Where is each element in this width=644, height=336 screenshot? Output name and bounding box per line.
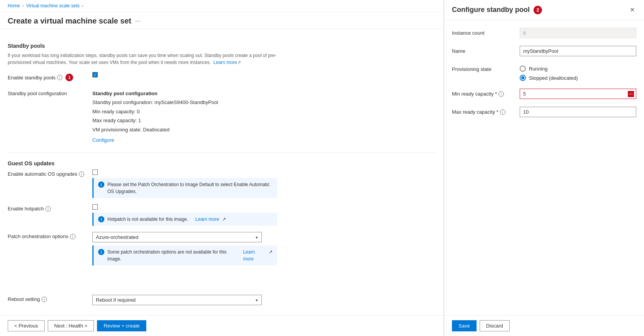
provisioning-stopped-label: Stopped (deallocated) [529, 75, 578, 81]
breadcrumb-home[interactable]: Home [8, 3, 20, 8]
patch-orchestration-label: Patch orchestration options i [8, 232, 92, 239]
standby-pool-min-capacity: Min ready capacity: 0 [92, 107, 277, 116]
breadcrumb-chevron-2: › [82, 3, 84, 8]
panel-step-badge: 2 [534, 6, 542, 14]
breadcrumb-vmss[interactable]: Virtual machine scale sets [26, 3, 80, 8]
page-title: Create a virtual machine scale set [8, 17, 131, 25]
hotpatch-info-icon[interactable]: i [45, 206, 51, 212]
enable-auto-os-checkbox[interactable] [92, 170, 98, 175]
min-capacity-info-icon[interactable]: i [498, 91, 504, 97]
main-content: Home › Virtual machine scale sets › Crea… [0, 0, 444, 336]
form-body: Standby pools If your workload has long … [0, 29, 443, 315]
more-menu-icon[interactable]: ··· [135, 18, 140, 25]
side-panel: Configure standby pool 2 ✕ Instance coun… [444, 0, 644, 336]
panel-max-capacity-input[interactable] [520, 107, 636, 117]
panel-min-capacity-input[interactable] [520, 89, 636, 99]
enable-auto-os-label: Enable automatic OS upgrades i [8, 170, 92, 177]
reboot-setting-label: Reboot setting i [8, 295, 92, 302]
breadcrumb-chevron-1: › [22, 3, 24, 8]
standby-pool-name: Standby pool configuration: myScaleS9400… [92, 98, 277, 107]
auto-os-info-circle: i [98, 181, 104, 188]
auto-os-info-banner: i Please set the Patch Orchestration to … [92, 178, 277, 198]
standby-pool-max-capacity: Max ready capacity: 1 [92, 116, 277, 125]
hotpatch-info-banner: i Hotpatch is not available for this ima… [92, 213, 277, 226]
panel-name-field [520, 46, 636, 56]
patch-info-circle: i [98, 249, 104, 255]
patch-orchestration-info-icon[interactable]: i [70, 234, 75, 239]
patch-orchestration-select[interactable]: Azure-orchestrated Manual Image Default [92, 232, 262, 242]
standby-pool-config-row: Standby pool configuration Standby pool … [8, 89, 436, 144]
panel-name-label: Name [452, 46, 514, 54]
enable-standby-pools-checkbox[interactable] [92, 72, 98, 77]
enable-hotpatch-checkbox-wrapper [92, 204, 277, 210]
panel-max-capacity-row: Max ready capacity * i [452, 107, 636, 117]
panel-name-input[interactable] [520, 46, 636, 56]
reboot-setting-control: Reboot if required Always reboot Never r… [92, 295, 277, 305]
panel-max-capacity-field [520, 107, 636, 117]
provisioning-running-option[interactable]: Running [520, 66, 636, 72]
panel-header: Configure standby pool 2 ✕ [444, 0, 644, 20]
panel-instance-count-field [520, 28, 636, 38]
panel-footer: Save Discard [444, 315, 644, 336]
enable-auto-os-checkbox-wrapper [92, 170, 277, 175]
enable-auto-os-row: Enable automatic OS upgrades i i Please … [8, 170, 436, 198]
standby-pools-step-badge: 1 [65, 74, 73, 81]
enable-hotpatch-control: i Hotpatch is not available for this ima… [92, 204, 277, 226]
panel-max-capacity-label: Max ready capacity * i [452, 107, 514, 115]
max-capacity-info-icon[interactable]: i [500, 109, 505, 115]
min-capacity-input-wrapper: ··· [520, 89, 636, 99]
provisioning-stopped-radio[interactable] [520, 75, 526, 81]
page-footer: < Previous Next : Health > Review + crea… [0, 315, 443, 336]
patch-orchestration-select-wrapper: Azure-orchestrated Manual Image Default … [92, 232, 262, 242]
next-health-button[interactable]: Next : Health > [48, 320, 94, 331]
panel-min-capacity-row: Min ready capacity * i ··· [452, 89, 636, 99]
panel-min-capacity-label: Min ready capacity * i [452, 89, 514, 97]
spacer [8, 272, 436, 295]
enable-hotpatch-checkbox[interactable] [92, 204, 98, 210]
patch-learn-more[interactable]: Learn more [243, 249, 266, 262]
enable-auto-os-control: i Please set the Patch Orchestration to … [92, 170, 277, 198]
reboot-select[interactable]: Reboot if required Always reboot Never r… [92, 295, 262, 305]
review-create-button[interactable]: Review + create [97, 320, 146, 331]
enable-standby-pools-label: Enable standby pools i 1 [8, 72, 92, 81]
panel-instance-count-input [520, 28, 636, 38]
panel-discard-button[interactable]: Discard [480, 320, 510, 331]
provisioning-running-label: Running [529, 66, 547, 72]
standby-pools-learn-more[interactable]: Learn more [213, 60, 237, 65]
standby-pool-configure-link[interactable]: Configure [92, 136, 277, 144]
panel-provisioning-label: Provisioning state [452, 64, 514, 72]
min-capacity-error-icon: ··· [628, 91, 634, 97]
standby-pool-config-title: Standby pool configuration [92, 89, 277, 98]
panel-instance-count-row: Instance count [452, 28, 636, 38]
bottom-spacer [8, 312, 436, 315]
panel-body: Instance count Name Provisioning state R… [444, 20, 644, 315]
provisioning-running-radio[interactable] [520, 66, 526, 72]
patch-orchestration-row: Patch orchestration options i Azure-orch… [8, 232, 436, 265]
panel-min-capacity-field: ··· [520, 89, 636, 99]
standby-pool-config-label: Standby pool configuration [8, 89, 92, 96]
panel-title: Configure standby pool 2 [452, 6, 542, 14]
previous-button[interactable]: < Previous [8, 320, 45, 331]
auto-os-info-icon[interactable]: i [79, 171, 84, 177]
panel-provisioning-row: Provisioning state Running Stopped (deal… [452, 64, 636, 81]
enable-hotpatch-label: Enable hotpatch i [8, 204, 92, 212]
hotpatch-info-circle: i [98, 216, 104, 222]
standby-pools-description: If your workload has long initialization… [8, 52, 285, 66]
provisioning-stopped-option[interactable]: Stopped (deallocated) [520, 75, 636, 81]
enable-standby-pools-info-icon[interactable]: i [57, 75, 62, 80]
provisioning-radio-group: Running Stopped (deallocated) [520, 64, 636, 81]
reboot-setting-row: Reboot setting i Reboot if required Alwa… [8, 295, 436, 306]
panel-close-button[interactable]: ✕ [628, 5, 636, 15]
guest-os-section-title: Guest OS updates [8, 160, 436, 166]
section-divider-1 [8, 152, 436, 153]
standby-pool-config-box: Standby pool configuration Standby pool … [92, 89, 277, 144]
reboot-select-wrapper: Reboot if required Always reboot Never r… [92, 295, 262, 305]
page-header: Create a virtual machine scale set ··· [0, 12, 443, 29]
panel-save-button[interactable]: Save [452, 320, 477, 331]
enable-standby-pools-checkbox-wrapper [92, 72, 277, 77]
reboot-info-icon[interactable]: i [42, 297, 47, 302]
panel-name-row: Name [452, 46, 636, 56]
enable-standby-pools-control [92, 72, 277, 77]
patch-orchestration-control: Azure-orchestrated Manual Image Default … [92, 232, 277, 265]
hotpatch-learn-more[interactable]: Learn more [196, 216, 219, 223]
